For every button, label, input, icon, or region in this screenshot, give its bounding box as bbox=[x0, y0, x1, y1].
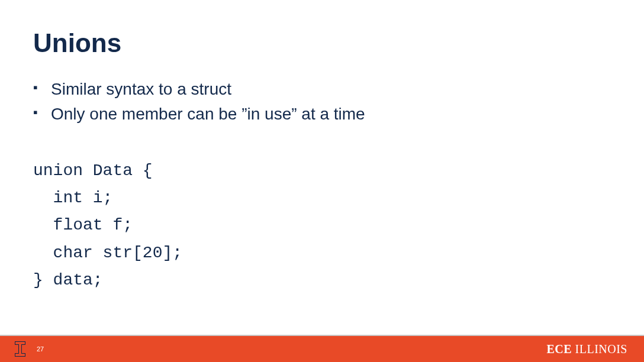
bullet-list: Similar syntax to a struct Only one memb… bbox=[33, 77, 611, 127]
slide-title: Unions bbox=[33, 28, 121, 58]
department-prefix: ECE bbox=[546, 342, 572, 355]
department-suffix: ILLINOIS bbox=[572, 342, 627, 355]
bullet-item: Only one member can be ”in use” at a tim… bbox=[33, 102, 611, 127]
svg-rect-5 bbox=[15, 354, 25, 356]
code-block: union Data { int i; float f; char str[20… bbox=[33, 157, 611, 294]
page-number: 27 bbox=[37, 345, 44, 353]
department-label: ECE ILLINOIS bbox=[546, 342, 627, 356]
footer-bar: 27 ECE ILLINOIS bbox=[0, 336, 644, 362]
slide-body: Similar syntax to a struct Only one memb… bbox=[33, 77, 611, 294]
illinois-logo-icon bbox=[12, 340, 28, 358]
bullet-item: Similar syntax to a struct bbox=[33, 77, 611, 102]
slide: Unions Similar syntax to a struct Only o… bbox=[0, 0, 644, 362]
